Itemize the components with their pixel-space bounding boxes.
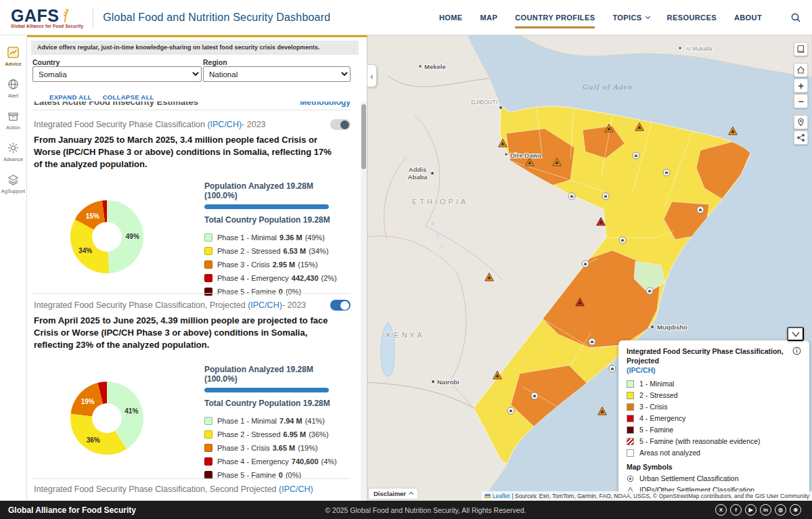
ipc-ch-link[interactable]: (IPC/CH)	[279, 484, 313, 494]
phase-legend: Phase 1 - Minimal9.36 M(49%) Phase 2 - S…	[204, 231, 346, 298]
phase5-swatch	[204, 288, 212, 296]
legend-item: 4 - Emergency	[627, 413, 801, 424]
social-links: X f ▶ in ◎ ⊕	[715, 504, 801, 516]
nav-country-profiles[interactable]: COUNTRY PROFILES	[515, 0, 595, 35]
population-analyzed-bar	[204, 204, 329, 209]
main-nav: HOME MAP COUNTRY PROFILES TOPICS RESOURC…	[439, 0, 801, 35]
ipc-ch-link[interactable]: (IPC/CH)	[207, 120, 242, 129]
share-button[interactable]	[794, 131, 808, 145]
label-mekele: Mekele	[424, 63, 446, 70]
basemap-button[interactable]	[794, 42, 808, 56]
rail-item-advice[interactable]: Advice	[0, 41, 26, 72]
legend-symbol-item: Urban Settlement Classification	[627, 473, 801, 484]
layer-toggle-projected[interactable]	[330, 300, 351, 311]
phase5-evidence-swatch	[627, 438, 634, 445]
region-label: Region	[203, 58, 227, 66]
legend-item: 3 - Crisis	[627, 401, 801, 413]
home-extent-button[interactable]	[794, 63, 808, 77]
search-button[interactable]	[790, 12, 801, 23]
rail-item-action[interactable]: Action	[0, 104, 26, 136]
scrollbar-thumb[interactable]	[361, 104, 366, 169]
leaflet-link[interactable]: Leaflet	[493, 493, 510, 499]
label-dire-dawa: Dire Dawa	[510, 152, 542, 159]
phase-row: Phase 4 - Emergency442,430(2%)	[204, 271, 346, 285]
not-analyzed-swatch	[627, 449, 634, 457]
facebook-icon[interactable]: f	[730, 504, 742, 516]
action-icon	[7, 110, 20, 122]
label-gulf-of-aden: Gulf of Aden	[583, 83, 633, 91]
urban-settlement-icon	[627, 475, 634, 482]
map-controls: + −	[794, 42, 808, 145]
country-select[interactable]: Somalia	[32, 66, 202, 82]
legend-item: 1 - Minimal	[627, 378, 801, 390]
header-divider	[93, 7, 93, 28]
section2-title: Integrated Food Security Phase Classific…	[34, 300, 351, 311]
phase-legend: Phase 1 - Minimal7.94 M(41%) Phase 2 - S…	[204, 414, 346, 482]
population-total-label: Total Country Population 19.28M	[204, 399, 346, 408]
advice-icon	[7, 46, 20, 59]
divider	[32, 110, 351, 110]
label-ethiopia: ETHIOPIA	[412, 198, 468, 206]
ipc-ch-link[interactable]: (IPC/CH)	[248, 300, 282, 310]
legend-collapse-button[interactable]	[787, 327, 804, 341]
section2-summary: From April 2025 to June 2025, 4.39 milli…	[34, 315, 340, 351]
top-header: GAFS Global Alliance for Food Security G…	[0, 0, 812, 35]
legend-item: 5 - Famine	[627, 424, 801, 436]
layer-toggle-current[interactable]	[330, 119, 351, 130]
logo-tagline: Global Alliance for Food Security	[11, 24, 83, 28]
section1-summary: From January 2025 to March 2025, 3.4 mil…	[34, 134, 340, 171]
instagram-icon[interactable]: ◎	[775, 504, 786, 516]
methodology-link[interactable]: Methodology	[300, 101, 351, 107]
map-attribution: Leaflet | Sources: Esri, TomTom, Garmin,…	[482, 491, 812, 501]
label-djibouti: DJIBOUTI	[471, 99, 497, 106]
logo-text: GAFS	[11, 7, 59, 24]
x-icon[interactable]: X	[715, 504, 727, 516]
info-icon[interactable]	[792, 346, 801, 355]
nav-topics[interactable]: TOPICS	[612, 0, 649, 35]
phase3-swatch	[627, 403, 634, 411]
label-addis-ababa-2: Ababa	[407, 173, 428, 181]
chevron-down-icon	[646, 14, 650, 19]
panel-scrollbar[interactable]	[361, 101, 367, 501]
nav-resources[interactable]: RESOURCES	[667, 0, 717, 35]
phase2-swatch	[627, 392, 634, 399]
tool-rail: Advice Alert Action Advance AgSupport	[0, 35, 27, 501]
map-legend-panel: Integrated Food Security Phase Classific…	[618, 340, 809, 501]
rail-item-alert[interactable]: Alert	[0, 72, 26, 104]
website-icon[interactable]: ⊕	[790, 504, 801, 516]
zoom-in-button[interactable]: +	[794, 78, 808, 93]
label-addis-ababa-1: Addis	[409, 166, 426, 173]
panel-collapse-handle[interactable]: ‹	[367, 64, 377, 87]
gafs-logo[interactable]: GAFS Global Alliance for Food Security	[11, 7, 83, 28]
rift-lake	[431, 221, 435, 225]
youtube-icon[interactable]: ▶	[745, 504, 757, 516]
rail-item-agsupport[interactable]: AgSupport	[0, 168, 26, 200]
chevron-left-icon: ‹	[370, 71, 373, 81]
share-icon	[796, 133, 805, 142]
phase-row: Phase 4 - Emergency740,600(4%)	[204, 455, 346, 468]
advice-panel: Advice offers regular, just-in-time know…	[27, 35, 367, 501]
divider	[32, 293, 351, 294]
nav-home[interactable]: HOME	[439, 0, 463, 35]
region-select[interactable]: National	[203, 66, 351, 82]
rail-item-advance[interactable]: Advance	[0, 136, 26, 168]
linkedin-icon[interactable]: in	[760, 504, 771, 516]
population-stats-current: Population Analyzed 19.28M (100.0%) Tota…	[204, 181, 346, 298]
nav-about[interactable]: ABOUT	[734, 0, 762, 35]
phase-donut-projected: 41%36%19%	[70, 382, 143, 455]
population-analyzed-label: Population Analyzed 19.28M (100.0%)	[204, 181, 346, 200]
phase5-swatch	[627, 426, 634, 434]
map-container: Al Mukalla Gulf of Aden DJIBOUTI Mekele …	[367, 35, 812, 501]
section1-title: Integrated Food Security Phase Classific…	[34, 119, 351, 130]
footer-org: Global Alliance for Food Security	[8, 505, 136, 515]
rift-lake	[436, 234, 440, 238]
search-icon	[790, 12, 801, 23]
collapse-all-link[interactable]: COLLAPSE ALL	[103, 93, 154, 101]
phase-row: Phase 5 - Famine0(0%)	[204, 468, 346, 482]
nav-map[interactable]: MAP	[480, 0, 498, 35]
disclaimer-toggle[interactable]: Disclaimer	[369, 489, 418, 499]
legend-item: Areas not analyzed	[627, 447, 801, 459]
zoom-out-button[interactable]: −	[794, 94, 808, 108]
locate-button[interactable]	[794, 115, 808, 129]
expand-all-link[interactable]: EXPAND ALL	[49, 93, 92, 101]
